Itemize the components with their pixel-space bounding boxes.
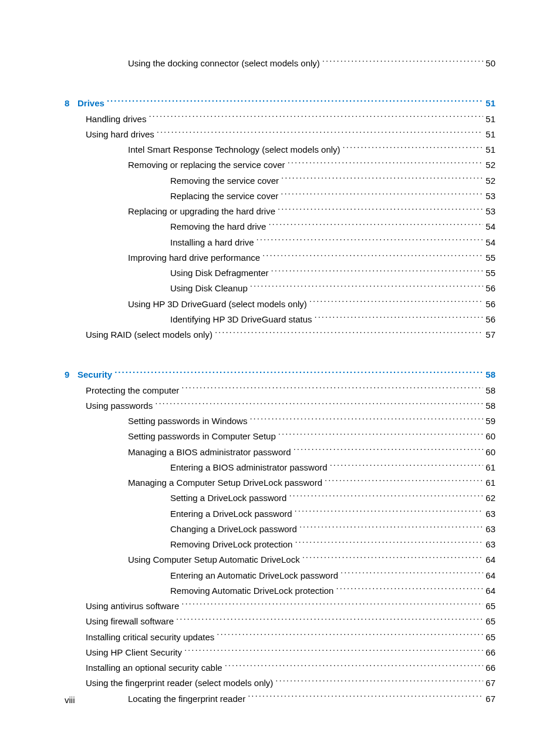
toc-entry-page: 62: [485, 490, 495, 506]
dot-leader: [295, 508, 484, 517]
toc-entry-title: Installing critical security updates: [86, 630, 214, 645]
toc-entry[interactable]: Managing a Computer Setup DriveLock pass…: [65, 475, 495, 490]
toc-chapter-page: 58: [485, 367, 495, 382]
dot-leader: [181, 600, 483, 609]
toc-entry[interactable]: Using Computer Setup Automatic DriveLock…: [65, 552, 495, 567]
dot-leader: [299, 523, 483, 532]
toc-entry-page: 58: [485, 398, 495, 414]
toc-entry[interactable]: Using RAID (select models only)57: [65, 327, 495, 342]
dot-leader: [315, 314, 484, 322]
toc-chapter-security[interactable]: 9Security 58: [65, 367, 495, 382]
toc-entry[interactable]: Entering a BIOS administrator password61: [65, 460, 495, 475]
toc-entry-title: Removing DriveLock protection: [170, 537, 292, 552]
toc-entry-page: 67: [485, 676, 495, 691]
toc-entry[interactable]: Installing critical security updates65: [65, 630, 495, 645]
dot-leader: [181, 385, 483, 394]
toc-entry-title: Replacing or upgrading the hard drive: [128, 204, 275, 219]
toc-entry-title: Using antivirus software: [86, 599, 179, 614]
toc-chapter-drives-entries: Handling drives51Using hard drives51Inte…: [65, 112, 495, 343]
toc-entry[interactable]: Setting passwords in Windows59: [65, 414, 495, 429]
toc-entry-page: 63: [485, 506, 495, 522]
dot-leader: [302, 554, 484, 563]
toc-entry-page: 56: [485, 312, 495, 327]
toc-entry-page: 63: [485, 537, 495, 552]
toc-entry[interactable]: Using the fingerprint reader (select mod…: [65, 676, 495, 691]
toc-entry-title: Managing a BIOS administrator password: [128, 445, 291, 460]
dot-leader: [309, 298, 483, 307]
toc-entry-page: 65: [485, 614, 495, 629]
toc-entry[interactable]: Intel Smart Response Technology (select …: [65, 142, 495, 157]
toc-entry[interactable]: Removing the service cover52: [65, 173, 495, 189]
toc-entry[interactable]: Protecting the computer58: [65, 383, 495, 398]
toc-entry[interactable]: Using HP Client Security66: [65, 645, 495, 660]
toc-entry-title: Using firewall software: [86, 614, 174, 629]
dot-leader: [217, 631, 483, 640]
toc-entry-title: Identifying HP 3D DriveGuard status: [170, 312, 312, 327]
dot-leader: [176, 616, 483, 624]
toc-entry-page: 55: [485, 250, 495, 266]
toc-entry[interactable]: Installing an optional security cable66: [65, 660, 495, 676]
toc-entry-title: Installing an optional security cable: [86, 660, 222, 676]
toc-entry-page: 65: [485, 630, 495, 645]
toc-entry[interactable]: Setting passwords in Computer Setup60: [65, 429, 495, 444]
dot-leader: [215, 329, 483, 338]
toc-entry[interactable]: Replacing or upgrading the hard drive53: [65, 204, 495, 219]
dot-leader: [322, 58, 483, 66]
toc-chapter-page: 51: [485, 96, 495, 111]
toc-entry[interactable]: Managing a BIOS administrator password60: [65, 445, 495, 460]
toc-entry[interactable]: Setting a DriveLock password62: [65, 490, 495, 506]
toc-entry[interactable]: Handling drives51: [65, 112, 495, 127]
toc-entry-title: Using Computer Setup Automatic DriveLock: [128, 552, 300, 567]
toc-entry[interactable]: Replacing the service cover53: [65, 189, 495, 204]
toc-entry[interactable]: Using firewall software65: [65, 614, 495, 629]
toc-entry[interactable]: Locating the fingerprint reader67: [65, 691, 495, 707]
toc-entry-title: Removing Automatic DriveLock protection: [170, 583, 333, 599]
toc-entry[interactable]: Removing Automatic DriveLock protection6…: [65, 583, 495, 599]
dot-leader: [294, 446, 484, 455]
toc-entry-title: Using RAID (select models only): [86, 327, 212, 342]
toc-entry-page: 53: [485, 189, 495, 204]
toc-entry-page: 64: [485, 552, 495, 567]
dot-leader: [157, 129, 484, 137]
toc-entry[interactable]: Changing a DriveLock password63: [65, 522, 495, 537]
dot-leader: [278, 431, 484, 439]
toc-entry[interactable]: Entering a DriveLock password63: [65, 506, 495, 522]
toc-entry[interactable]: Using passwords58: [65, 398, 495, 414]
toc-entry[interactable]: Installing a hard drive54: [65, 235, 495, 250]
toc-entry[interactable]: Using hard drives51: [65, 127, 495, 142]
toc-entry-page: 60: [485, 445, 495, 460]
toc-entry[interactable]: Using Disk Cleanup56: [65, 281, 495, 296]
toc-entry[interactable]: Using HP 3D DriveGuard (select models on…: [65, 297, 495, 312]
toc-page-content: Using the docking connector (select mode…: [65, 56, 495, 707]
dot-leader: [155, 400, 483, 409]
toc-entry-page: 51: [485, 127, 495, 142]
toc-entry-title: Changing a DriveLock password: [170, 522, 297, 537]
toc-entry[interactable]: Removing or replacing the service cover5…: [65, 157, 495, 173]
toc-entry[interactable]: Identifying HP 3D DriveGuard status56: [65, 312, 495, 327]
dot-leader: [257, 237, 484, 246]
dot-leader: [114, 369, 483, 378]
toc-entry-title: Using HP 3D DriveGuard (select models on…: [128, 297, 307, 312]
toc-entry-title: Intel Smart Response Technology (select …: [128, 142, 340, 157]
toc-entry[interactable]: Improving hard drive performance55: [65, 250, 495, 266]
toc-entry-page: 59: [485, 414, 495, 429]
toc-entry[interactable]: Using Disk Defragmenter55: [65, 266, 495, 281]
toc-entry[interactable]: Removing the hard drive54: [65, 219, 495, 234]
toc-chapter-drives[interactable]: 8Drives 51: [65, 96, 495, 111]
toc-entry[interactable]: Using the docking connector (select mode…: [65, 56, 495, 71]
dot-leader: [275, 677, 483, 686]
toc-entry-title: Using hard drives: [86, 127, 154, 142]
dot-leader: [271, 267, 484, 276]
toc-entry-title: Using the docking connector (select mode…: [128, 56, 320, 71]
dot-leader: [295, 539, 483, 547]
toc-entry-page: 51: [485, 142, 495, 157]
toc-entry-page: 61: [485, 475, 495, 490]
toc-entry[interactable]: Using antivirus software65: [65, 599, 495, 614]
toc-entry-title: Removing the service cover: [170, 173, 279, 189]
toc-entry[interactable]: Entering an Automatic DriveLock password…: [65, 568, 495, 583]
toc-entry-page: 66: [485, 660, 495, 676]
toc-entry-title: Using Disk Defragmenter: [170, 266, 269, 281]
toc-entry[interactable]: Removing DriveLock protection63: [65, 537, 495, 552]
toc-entry-title: Setting passwords in Windows: [128, 414, 247, 429]
chapter-name: Drives: [77, 98, 104, 108]
